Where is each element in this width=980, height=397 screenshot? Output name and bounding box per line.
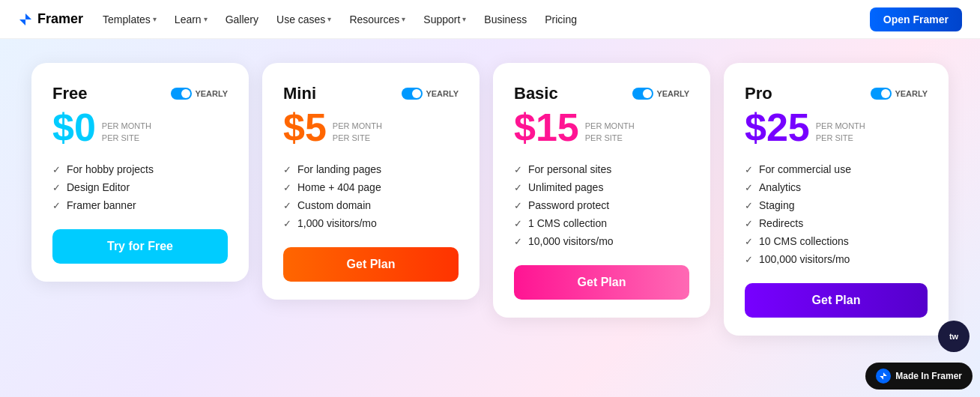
- free-plan-card: Free YEARLY $0 PER MONTH PER SITE ✓For h…: [31, 63, 249, 282]
- list-item: ✓100,000 visitors/mo: [745, 250, 928, 268]
- list-item: ✓For hobby projects: [52, 160, 228, 178]
- list-item: ✓1 CMS collection: [514, 214, 689, 232]
- check-icon: ✓: [745, 254, 753, 265]
- nav-business[interactable]: Business: [477, 9, 534, 30]
- free-yearly-badge: YEARLY: [171, 88, 228, 100]
- check-icon: ✓: [283, 164, 291, 175]
- check-icon: ✓: [514, 182, 522, 193]
- chevron-icon: ▾: [462, 15, 466, 23]
- basic-yearly-toggle[interactable]: [632, 88, 653, 100]
- basic-plan-name: Basic: [514, 84, 558, 103]
- list-item: ✓1,000 visitors/mo: [283, 214, 459, 232]
- chevron-icon: ▾: [153, 15, 157, 23]
- list-item: ✓10,000 visitors/mo: [514, 232, 689, 250]
- open-framer-button[interactable]: Open Framer: [870, 7, 962, 31]
- pro-price-meta: PER MONTH PER SITE: [816, 121, 865, 144]
- mini-features-list: ✓For landing pages ✓Home + 404 page ✓Cus…: [283, 160, 459, 232]
- basic-card-header: Basic YEARLY: [514, 84, 689, 103]
- nav-templates[interactable]: Templates ▾: [95, 9, 164, 30]
- check-icon: ✓: [52, 182, 61, 193]
- pro-yearly-toggle[interactable]: [871, 88, 892, 100]
- nav-resources[interactable]: Resources ▾: [342, 9, 413, 30]
- logo-text: Framer: [37, 11, 83, 27]
- free-price-meta: PER MONTH PER SITE: [102, 121, 151, 144]
- basic-price-meta: PER MONTH PER SITE: [585, 121, 635, 144]
- check-icon: ✓: [283, 200, 291, 211]
- mini-price-row: $5 PER MONTH PER SITE: [283, 108, 459, 147]
- check-icon: ✓: [745, 236, 753, 247]
- nav-learn[interactable]: Learn ▾: [167, 9, 215, 30]
- mini-plan-name: Mini: [283, 84, 316, 103]
- list-item: ✓Analytics: [745, 178, 928, 196]
- basic-plan-card: Basic YEARLY $15 PER MONTH PER SITE ✓For…: [493, 63, 710, 318]
- check-icon: ✓: [283, 182, 291, 193]
- check-icon: ✓: [745, 200, 753, 211]
- check-icon: ✓: [52, 200, 61, 211]
- check-icon: ✓: [745, 182, 753, 193]
- free-plan-name: Free: [52, 84, 87, 103]
- chevron-icon: ▾: [402, 15, 405, 23]
- free-price-row: $0 PER MONTH PER SITE: [52, 108, 228, 147]
- check-icon: ✓: [283, 218, 291, 229]
- pro-price-amount: $25: [745, 108, 810, 147]
- pro-price-row: $25 PER MONTH PER SITE: [745, 108, 928, 147]
- basic-features-list: ✓For personal sites ✓Unlimited pages ✓Pa…: [514, 160, 689, 250]
- mini-yearly-badge: YEARLY: [402, 88, 459, 100]
- framer-badge-icon: [876, 369, 891, 384]
- pro-card-header: Pro YEARLY: [745, 84, 928, 103]
- mini-price-amount: $5: [283, 108, 327, 147]
- chevron-icon: ▾: [204, 15, 208, 23]
- free-card-header: Free YEARLY: [52, 84, 228, 103]
- list-item: ✓Password protect: [514, 196, 689, 214]
- list-item: ✓Framer banner: [52, 196, 228, 214]
- basic-price-row: $15 PER MONTH PER SITE: [514, 108, 689, 147]
- check-icon: ✓: [745, 164, 753, 175]
- mini-cta-button[interactable]: Get Plan: [283, 247, 459, 282]
- mini-plan-card: Mini YEARLY $5 PER MONTH PER SITE ✓For l…: [262, 63, 480, 300]
- free-yearly-toggle[interactable]: [171, 88, 192, 100]
- check-icon: ✓: [52, 164, 61, 175]
- pro-cta-button[interactable]: Get Plan: [745, 283, 928, 318]
- list-item: ✓For personal sites: [514, 160, 689, 178]
- mini-card-header: Mini YEARLY: [283, 84, 459, 103]
- free-price-amount: $0: [52, 108, 96, 147]
- check-icon: ✓: [514, 236, 522, 247]
- list-item: ✓10 CMS collections: [745, 232, 928, 250]
- free-features-list: ✓For hobby projects ✓Design Editor ✓Fram…: [52, 160, 228, 214]
- pro-yearly-badge: YEARLY: [871, 88, 928, 100]
- pro-plan-card: Pro YEARLY $25 PER MONTH PER SITE ✓For c…: [724, 63, 949, 336]
- basic-yearly-badge: YEARLY: [632, 88, 689, 100]
- basic-cta-button[interactable]: Get Plan: [514, 265, 689, 300]
- made-in-framer-badge[interactable]: Made In Framer: [865, 363, 973, 390]
- nav-gallery[interactable]: Gallery: [218, 9, 266, 30]
- free-cta-button[interactable]: Try for Free: [52, 229, 228, 264]
- list-item: ✓Redirects: [745, 214, 928, 232]
- pro-features-list: ✓For commercial use ✓Analytics ✓Staging …: [745, 160, 928, 268]
- list-item: ✓Unlimited pages: [514, 178, 689, 196]
- check-icon: ✓: [514, 164, 522, 175]
- mini-price-meta: PER MONTH PER SITE: [333, 121, 382, 144]
- nav-use-cases[interactable]: Use cases ▾: [269, 9, 339, 30]
- check-icon: ✓: [514, 218, 522, 229]
- framer-logo-icon: [18, 12, 33, 27]
- chevron-icon: ▾: [327, 15, 331, 23]
- list-item: ✓Staging: [745, 196, 928, 214]
- check-icon: ✓: [514, 200, 522, 211]
- check-icon: ✓: [745, 218, 753, 229]
- list-item: ✓Custom domain: [283, 196, 459, 214]
- nav-pricing[interactable]: Pricing: [537, 9, 584, 30]
- list-item: ✓Home + 404 page: [283, 178, 459, 196]
- navigation: Framer Templates ▾ Learn ▾ Gallery Use c…: [0, 0, 980, 39]
- basic-price-amount: $15: [514, 108, 579, 147]
- nav-support[interactable]: Support ▾: [416, 9, 474, 30]
- list-item: ✓Design Editor: [52, 178, 228, 196]
- list-item: ✓For commercial use: [745, 160, 928, 178]
- pricing-section: Free YEARLY $0 PER MONTH PER SITE ✓For h…: [0, 39, 980, 351]
- pro-plan-name: Pro: [745, 84, 772, 103]
- logo[interactable]: Framer: [18, 11, 83, 27]
- list-item: ✓For landing pages: [283, 160, 459, 178]
- tw-watermark: tw: [938, 321, 970, 352]
- mini-yearly-toggle[interactable]: [402, 88, 423, 100]
